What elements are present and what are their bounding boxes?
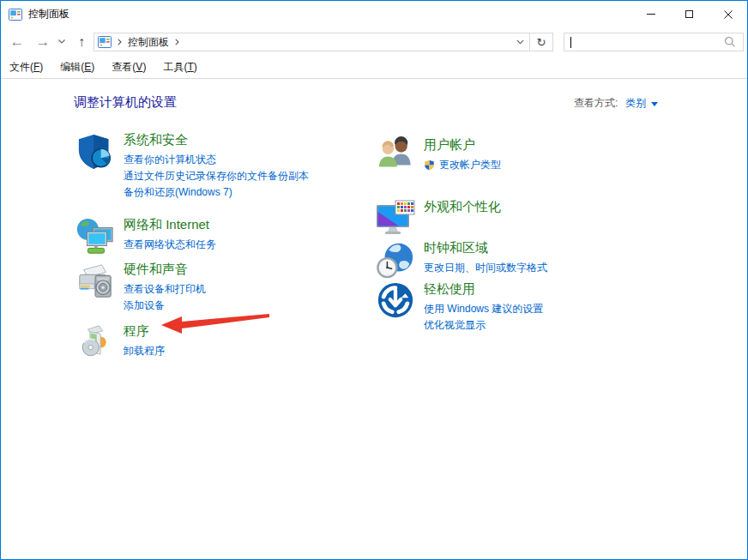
- refresh-button[interactable]: ↻: [530, 33, 552, 51]
- category-title-link[interactable]: 程序: [124, 322, 149, 340]
- title-bar: 控制面板: [1, 1, 747, 27]
- search-box[interactable]: [564, 33, 744, 51]
- category-title-link[interactable]: 外观和个性化: [424, 198, 501, 215]
- task-link-uac[interactable]: 更改帐户类型: [424, 157, 501, 173]
- minimize-button[interactable]: [631, 1, 670, 27]
- task-link[interactable]: 使用 Windows 建议的设置: [424, 301, 543, 317]
- menu-bar: 文件(F) 编辑(E) 查看(V) 工具(T): [1, 56, 747, 79]
- breadcrumb-chevron[interactable]: [112, 39, 128, 45]
- breadcrumb-chevron[interactable]: [169, 39, 185, 45]
- category-title-link[interactable]: 用户帐户: [424, 136, 475, 154]
- task-link[interactable]: 查看网络状态和任务: [124, 237, 216, 253]
- category-title-link[interactable]: 硬件和声音: [124, 261, 188, 278]
- view-mode-dropdown[interactable]: 类别: [625, 96, 658, 111]
- menu-edit[interactable]: 编辑(E): [60, 60, 94, 75]
- address-bar[interactable]: 控制面板 ↻: [94, 33, 553, 51]
- task-link[interactable]: 查看你的计算机状态: [124, 152, 309, 168]
- recent-pages-button[interactable]: [55, 27, 69, 56]
- category-programs: 程序 卸载程序: [75, 322, 371, 364]
- view-mode-label: 查看方式:: [574, 96, 618, 111]
- view-mode-control: 查看方式: 类别: [574, 96, 658, 111]
- task-link[interactable]: 优化视觉显示: [424, 317, 543, 334]
- category-title-link[interactable]: 系统和安全: [124, 131, 188, 148]
- close-icon: [724, 10, 733, 19]
- category-ease-of-access: 轻松使用 使用 Windows 建议的设置 优化视觉显示: [375, 280, 718, 334]
- category-title-link[interactable]: 轻松使用: [424, 280, 475, 298]
- category-column-right: 用户帐户 更改帐户类型: [375, 136, 718, 334]
- menu-view[interactable]: 查看(V): [112, 60, 146, 75]
- forward-button[interactable]: →: [32, 27, 54, 56]
- chevron-down-icon: [516, 39, 524, 45]
- ease-of-access-icon[interactable]: [375, 280, 416, 322]
- breadcrumb-control-panel[interactable]: 控制面板: [128, 35, 169, 50]
- personalization-icon[interactable]: [375, 198, 416, 239]
- chevron-down-icon: [58, 39, 65, 44]
- task-link[interactable]: 备份和还原(Windows 7): [124, 184, 309, 201]
- window-title: 控制面板: [28, 7, 69, 21]
- uac-shield-icon: [424, 160, 435, 171]
- task-link[interactable]: 更改日期、时间或数字格式: [424, 260, 547, 276]
- navigation-bar: ← → ↑ 控制面板: [1, 27, 747, 56]
- back-icon: ←: [10, 33, 25, 51]
- clock-region-icon[interactable]: [375, 239, 416, 280]
- window-controls: [631, 1, 747, 27]
- category-title-link[interactable]: 网络和 Internet: [124, 216, 209, 233]
- up-icon: ↑: [78, 34, 85, 50]
- category-hardware-sound: 硬件和声音 查看设备和打印机 添加设备: [75, 261, 371, 314]
- task-link[interactable]: 查看设备和打印机: [124, 281, 206, 298]
- menu-tools[interactable]: 工具(T): [163, 60, 196, 75]
- category-network-internet: 网络和 Internet 查看网络状态和任务: [75, 216, 371, 257]
- chevron-down-icon: [651, 102, 658, 106]
- category-appearance-personalization: 外观和个性化: [375, 198, 718, 239]
- menu-file[interactable]: 文件(F): [9, 60, 43, 75]
- category-title-link[interactable]: 时钟和区域: [424, 239, 488, 256]
- search-icon[interactable]: [724, 36, 736, 48]
- maximize-button[interactable]: [670, 1, 709, 27]
- task-link[interactable]: 添加设备: [124, 298, 206, 314]
- printer-icon[interactable]: [75, 261, 116, 302]
- address-dropdown-button[interactable]: [510, 33, 529, 51]
- users-icon[interactable]: [375, 136, 416, 178]
- control-panel-icon: [9, 8, 22, 21]
- text-caret: [570, 37, 571, 48]
- category-user-accounts: 用户帐户 更改帐户类型: [375, 136, 718, 178]
- task-link[interactable]: 通过文件历史记录保存你的文件备份副本: [124, 168, 309, 184]
- close-button[interactable]: [709, 1, 747, 27]
- up-button[interactable]: ↑: [71, 27, 92, 56]
- programs-icon[interactable]: [75, 322, 116, 364]
- maximize-icon: [685, 10, 693, 18]
- shield-icon[interactable]: [75, 131, 116, 172]
- category-column-left: 系统和安全 查看你的计算机状态 通过文件历史记录保存你的文件备份副本 备份和还原…: [75, 131, 371, 364]
- control-panel-icon: [98, 35, 112, 49]
- back-button[interactable]: ←: [6, 27, 28, 56]
- task-link[interactable]: 卸载程序: [124, 343, 165, 359]
- forward-icon: →: [36, 33, 51, 51]
- network-icon[interactable]: [75, 216, 116, 257]
- control-panel-window: 控制面板 ← → ↑: [0, 0, 748, 560]
- category-system-security: 系统和安全 查看你的计算机状态 通过文件历史记录保存你的文件备份副本 备份和还原…: [75, 131, 371, 201]
- minimize-icon: [647, 14, 655, 15]
- category-clock-region: 时钟和区域 更改日期、时间或数字格式: [375, 239, 718, 280]
- refresh-icon: ↻: [537, 36, 546, 49]
- page-title: 调整计算机的设置: [74, 94, 177, 111]
